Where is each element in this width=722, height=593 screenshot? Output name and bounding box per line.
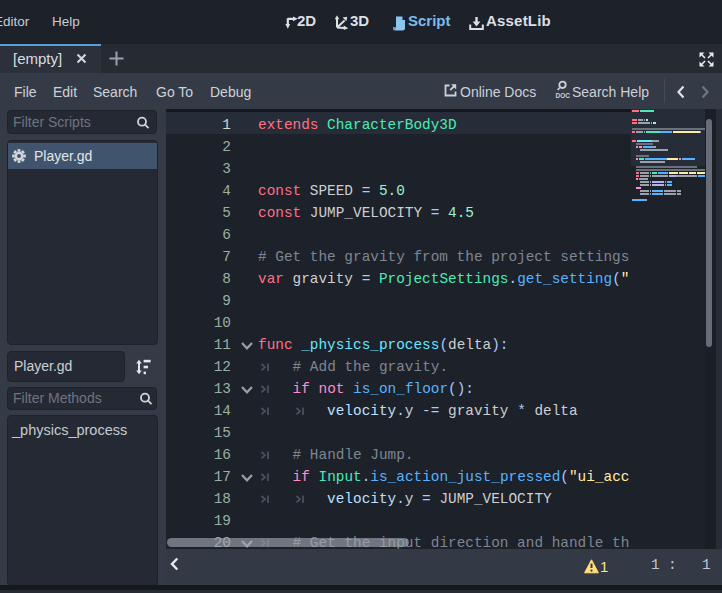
svg-text:DOC: DOC <box>556 92 571 99</box>
